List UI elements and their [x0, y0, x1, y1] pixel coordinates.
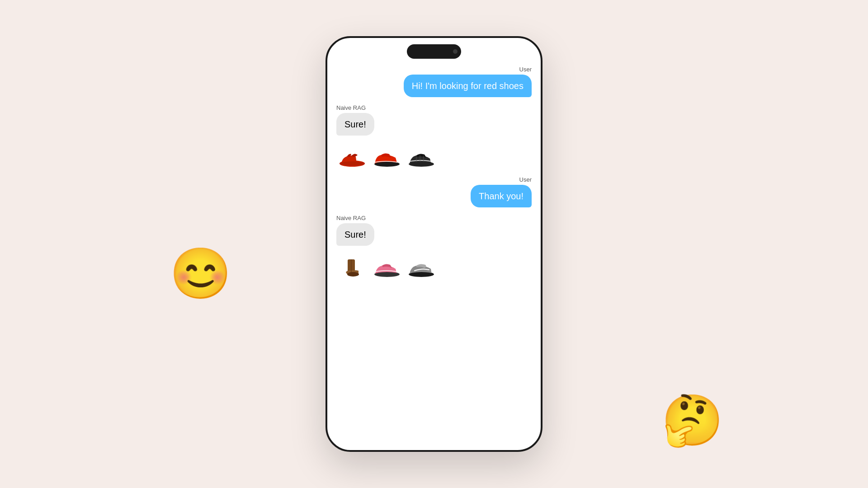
happy-emoji: 😊 [170, 249, 231, 298]
shoes-row [336, 146, 437, 169]
shoe-item [336, 146, 368, 169]
shoes-row-2 [336, 257, 437, 279]
shoe-item [371, 257, 402, 279]
message-row: User Hi! I'm looking for red shoes [336, 66, 532, 97]
shoe-item [336, 257, 368, 279]
message-row: User Thank you! [336, 176, 532, 207]
dynamic-island [407, 44, 461, 59]
rag-bubble: Sure! [336, 113, 374, 136]
rag-bubble: Sure! [336, 223, 374, 246]
svg-point-12 [409, 272, 434, 277]
sender-label: Naive RAG [336, 215, 366, 221]
user-bubble: Hi! I'm looking for red shoes [404, 75, 532, 97]
message-row: Naive RAG Sure! [336, 215, 532, 246]
phone-frame: User Hi! I'm looking for red shoes Naive… [326, 36, 542, 452]
chat-area[interactable]: User Hi! I'm looking for red shoes Naive… [327, 61, 541, 450]
shoes-row-message-2 [336, 253, 532, 279]
shoes-row-message [336, 143, 532, 169]
camera-dot [453, 49, 458, 54]
svg-point-10 [375, 272, 399, 277]
user-bubble: Thank you! [471, 185, 532, 207]
svg-point-5 [409, 162, 434, 166]
svg-point-3 [375, 162, 399, 166]
shoe-item [371, 146, 402, 169]
confused-emoji: 🤔 [661, 395, 723, 445]
sender-label: Naive RAG [336, 104, 366, 111]
sender-label: User [519, 176, 532, 183]
sender-label: User [519, 66, 532, 73]
shoe-item [405, 146, 437, 169]
svg-point-1 [340, 161, 365, 166]
phone-top-bar [327, 38, 541, 61]
shoe-item [405, 257, 437, 279]
scene: 😊 🤔 User Hi! I'm looking for red shoes N… [0, 0, 868, 488]
message-row: Naive RAG Sure! [336, 104, 532, 136]
svg-point-7 [347, 272, 359, 277]
